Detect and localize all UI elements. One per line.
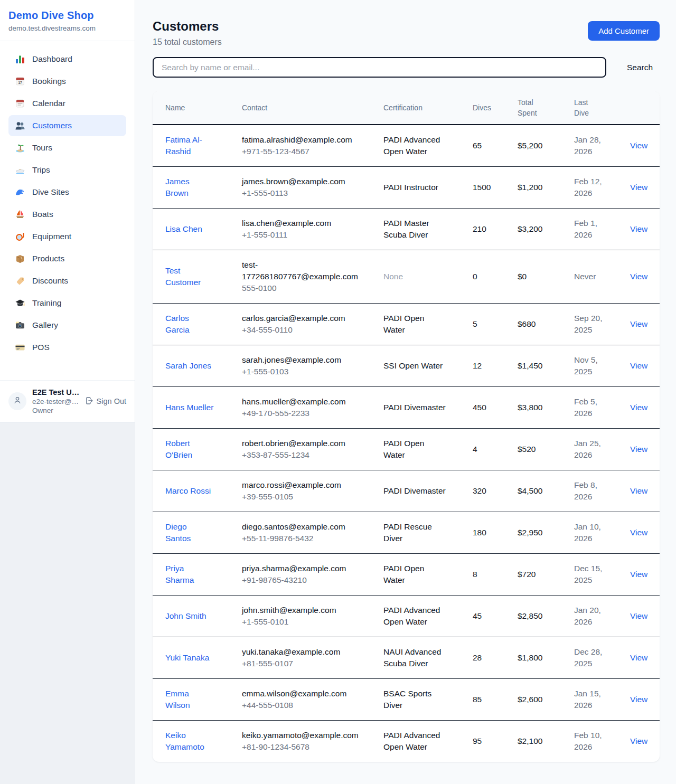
customer-dives: 28	[466, 637, 511, 679]
customer-total-spent: $1,800	[511, 637, 568, 679]
sidebar-item-equipment[interactable]: Equipment	[8, 226, 126, 247]
customer-dives: 45	[466, 596, 511, 637]
island-icon	[15, 143, 25, 153]
sidebar-item-dashboard[interactable]: Dashboard	[8, 49, 126, 70]
sign-out-button[interactable]: Sign Out	[85, 396, 126, 407]
customer-last-dive: Feb 5, 2026	[568, 387, 624, 429]
sidebar-item-tours[interactable]: Tours	[8, 137, 126, 158]
customer-email: keiko.yamamoto@example.com	[242, 730, 372, 741]
view-customer-link[interactable]: View	[630, 183, 647, 192]
sidebar-item-bookings[interactable]: 17 Bookings	[8, 71, 126, 92]
sidebar-item-discounts[interactable]: Discounts	[8, 270, 126, 291]
main-content: Customers 15 total customers Add Custome…	[135, 0, 676, 784]
customer-name-link[interactable]: Diego Santos	[165, 522, 191, 543]
sidebar-item-label: Trips	[32, 165, 50, 175]
customer-certification: PADI Advanced Open Water	[383, 135, 440, 156]
sidebar-nav: Dashboard 17 Bookings Calendar Customers…	[0, 41, 135, 380]
customer-name-link[interactable]: James Brown	[165, 177, 190, 197]
customer-dives: 85	[466, 679, 511, 721]
customer-total-spent: $2,100	[511, 721, 568, 762]
sidebar-item-label: Bookings	[32, 77, 66, 86]
customer-total-spent: $1,450	[511, 345, 568, 387]
customer-name-link[interactable]: Keiko Yamamoto	[165, 731, 204, 751]
sidebar-item-boats[interactable]: Boats	[8, 204, 126, 225]
shop-name: Demo Dive Shop	[8, 10, 126, 22]
customer-certification: BSAC Sports Diver	[383, 689, 431, 710]
page-header: Customers 15 total customers Add Custome…	[153, 19, 660, 47]
view-customer-link[interactable]: View	[630, 224, 647, 233]
view-customer-link[interactable]: View	[630, 611, 647, 620]
sidebar-item-gallery[interactable]: Gallery	[8, 315, 126, 336]
customer-email: fatima.alrashid@example.com	[242, 134, 372, 146]
sidebar-item-label: Boats	[32, 210, 53, 219]
table-row: Marco Rossi marco.rossi@example.com +39-…	[153, 470, 660, 512]
shop-domain: demo.test.divestreams.com	[8, 24, 126, 32]
customer-name-link[interactable]: Emma Wilson	[165, 689, 190, 710]
view-customer-link[interactable]: View	[630, 403, 647, 412]
sign-out-label: Sign Out	[97, 397, 126, 405]
view-customer-link[interactable]: View	[630, 653, 647, 662]
customer-last-dive: Dec 15, 2025	[568, 554, 624, 596]
customer-name-link[interactable]: Carlos Garcia	[165, 314, 190, 334]
table-row: James Brown james.brown@example.com +1-5…	[153, 167, 660, 209]
wave-icon	[15, 187, 25, 197]
customer-total-spent: $2,950	[511, 512, 568, 554]
sidebar-footer: E2E Test U… e2e-tester@… Owner Sign Out	[0, 380, 135, 422]
search-input[interactable]	[153, 57, 606, 78]
customer-name-link[interactable]: John Smith	[165, 611, 206, 620]
sidebar-item-pos[interactable]: POS	[8, 337, 126, 358]
customer-last-dive: Jan 15, 2026	[568, 679, 624, 721]
customer-phone: +1-555-0111	[242, 229, 372, 241]
customer-dives: 8	[466, 554, 511, 596]
table-header: NameContactCertificationDivesTotal Spent…	[153, 91, 660, 125]
customer-name-link[interactable]: Yuki Tanaka	[165, 653, 209, 662]
view-customer-link[interactable]: View	[630, 445, 647, 454]
customer-certification: PADI Divemaster	[383, 403, 446, 412]
customer-phone: +353-87-555-1234	[242, 449, 372, 461]
sidebar-header: Demo Dive Shop demo.test.divestreams.com	[0, 0, 135, 41]
add-customer-button[interactable]: Add Customer	[588, 21, 660, 41]
customer-dives: 4	[466, 429, 511, 470]
customer-name-link[interactable]: Fatima Al-Rashid	[165, 135, 202, 156]
table-row: Sarah Jones sarah.jones@example.com +1-5…	[153, 345, 660, 387]
view-customer-link[interactable]: View	[630, 319, 647, 328]
customers-table-card: NameContactCertificationDivesTotal Spent…	[153, 91, 660, 762]
view-customer-link[interactable]: View	[630, 695, 647, 704]
customer-dives: 210	[466, 209, 511, 250]
customer-certification: PADI Master Scuba Diver	[383, 219, 429, 239]
sidebar-item-products[interactable]: Products	[8, 248, 126, 269]
sidebar-item-calendar[interactable]: Calendar	[8, 93, 126, 114]
table-row: Carlos Garcia carlos.garcia@example.com …	[153, 304, 660, 345]
customer-phone: +49-170-555-2233	[242, 408, 372, 419]
sidebar-item-label: Gallery	[32, 320, 58, 330]
customer-phone: +81-555-0107	[242, 658, 372, 669]
view-customer-link[interactable]: View	[630, 736, 647, 745]
customer-name-link[interactable]: Lisa Chen	[165, 224, 202, 233]
view-customer-link[interactable]: View	[630, 361, 647, 370]
customer-name-link[interactable]: Test Customer	[165, 266, 201, 287]
customer-name-link[interactable]: Robert O'Brien	[165, 439, 192, 459]
sidebar-item-customers[interactable]: Customers	[8, 115, 126, 136]
column-header: Last Dive	[568, 91, 624, 125]
customer-email: robert.obrien@example.com	[242, 438, 372, 449]
customer-name-link[interactable]: Sarah Jones	[165, 361, 211, 370]
table-row: Test Customer test-1772681807767@example…	[153, 250, 660, 304]
sidebar-item-dive-sites[interactable]: Dive Sites	[8, 182, 126, 203]
customer-total-spent: $520	[511, 429, 568, 470]
view-customer-link[interactable]: View	[630, 528, 647, 537]
customer-name-link[interactable]: Priya Sharma	[165, 564, 194, 584]
calendar-pad-icon	[15, 98, 25, 109]
table-row: Diego Santos diego.santos@example.com +5…	[153, 512, 660, 554]
customer-total-spent: $2,600	[511, 679, 568, 721]
view-customer-link[interactable]: View	[630, 272, 647, 281]
view-customer-link[interactable]: View	[630, 486, 647, 495]
sidebar-item-training[interactable]: Training	[8, 292, 126, 314]
customer-email: james.brown@example.com	[242, 176, 372, 187]
view-customer-link[interactable]: View	[630, 141, 647, 150]
sidebar-item-trips[interactable]: Trips	[8, 159, 126, 181]
customer-name-link[interactable]: Hans Mueller	[165, 403, 213, 412]
customer-name-link[interactable]: Marco Rossi	[165, 486, 211, 495]
sidebar-item-label: Discounts	[32, 276, 68, 286]
view-customer-link[interactable]: View	[630, 570, 647, 579]
search-button[interactable]: Search	[620, 59, 660, 77]
